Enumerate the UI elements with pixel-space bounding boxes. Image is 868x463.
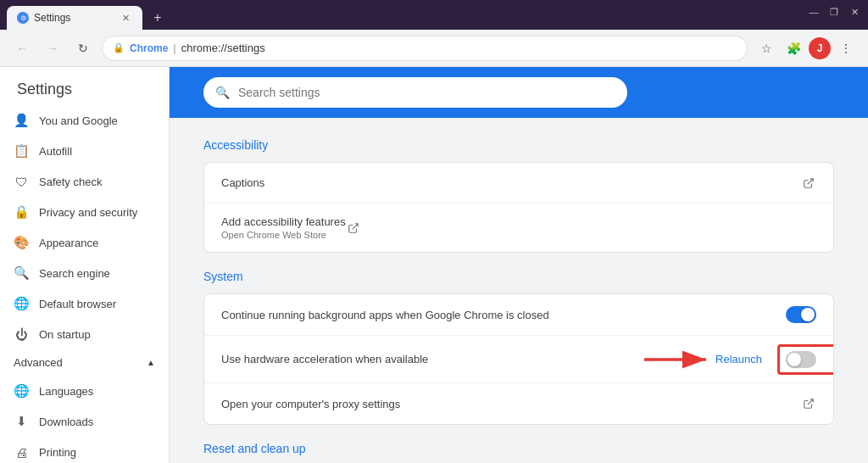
add-accessibility-row[interactable]: Add accessibility features Open Chrome W… bbox=[204, 204, 833, 252]
sidebar-label-downloads: Downloads bbox=[39, 416, 93, 428]
sidebar-title: Settings bbox=[0, 67, 169, 105]
active-tab[interactable]: ⚙ Settings ✕ bbox=[7, 6, 142, 30]
lock-icon: 🔒 bbox=[113, 42, 125, 53]
new-tab-button[interactable]: + bbox=[146, 6, 170, 30]
tab-title: Settings bbox=[34, 12, 70, 24]
sidebar-item-autofill[interactable]: 📋 Autofill bbox=[0, 136, 169, 166]
proxy-external-icon bbox=[801, 396, 816, 411]
menu-button[interactable]: ⋮ bbox=[834, 36, 858, 60]
main-content: Accessibility Captions Add accessibility… bbox=[170, 118, 868, 463]
close-button[interactable]: ✕ bbox=[848, 5, 861, 19]
sidebar-item-languages[interactable]: 🌐 Languages bbox=[0, 376, 169, 406]
captions-external-icon bbox=[801, 176, 816, 191]
add-accessibility-external-icon bbox=[346, 220, 361, 236]
toolbar: ← → ↻ 🔒 Chrome | chrome://settings ☆ 🧩 J… bbox=[0, 30, 868, 67]
background-apps-label: Continue running background apps when Go… bbox=[221, 309, 786, 321]
startup-icon: ⏻ bbox=[14, 326, 29, 342]
hardware-toggle-container bbox=[786, 351, 816, 368]
profile-button[interactable]: J bbox=[809, 37, 831, 59]
toolbar-right: ☆ 🧩 J ⋮ bbox=[754, 36, 858, 60]
title-bar: ⚙ Settings ✕ + — ❐ ✕ bbox=[0, 0, 868, 30]
sidebar-item-on-startup[interactable]: ⏻ On startup bbox=[0, 319, 169, 349]
accessibility-card: Captions Add accessibility features Open… bbox=[203, 162, 834, 253]
proxy-settings-row[interactable]: Open your computer's proxy settings bbox=[204, 383, 833, 424]
languages-icon: 🌐 bbox=[14, 383, 29, 399]
autofill-icon: 📋 bbox=[14, 143, 29, 159]
relaunch-button[interactable]: Relaunch bbox=[709, 348, 769, 371]
extensions-button[interactable]: 🧩 bbox=[782, 36, 805, 60]
advanced-label: Advanced bbox=[14, 356, 63, 369]
sidebar-item-search-engine[interactable]: 🔍 Search engine bbox=[0, 258, 169, 288]
accessibility-section-title: Accessibility bbox=[203, 138, 834, 152]
sidebar-item-safety-check[interactable]: 🛡 Safety check bbox=[0, 166, 169, 197]
hardware-acceleration-toggle[interactable] bbox=[786, 351, 816, 368]
hardware-acceleration-row[interactable]: Use hardware acceleration when available bbox=[204, 336, 833, 383]
background-apps-row[interactable]: Continue running background apps when Go… bbox=[204, 294, 833, 336]
shield-icon: 🛡 bbox=[14, 174, 29, 189]
sidebar-item-default-browser[interactable]: 🌐 Default browser bbox=[0, 288, 169, 319]
sidebar-label-autofill: Autofill bbox=[39, 145, 72, 158]
chrome-logo: Chrome bbox=[130, 42, 168, 54]
sidebar-item-privacy[interactable]: 🔒 Privacy and security bbox=[0, 197, 169, 227]
sidebar-label-languages: Languages bbox=[39, 385, 93, 398]
hardware-acceleration-label: Use hardware acceleration when available bbox=[221, 353, 709, 365]
settings-search-bar: 🔍 bbox=[170, 67, 868, 118]
sidebar-label-search-engine: Search engine bbox=[39, 267, 110, 280]
tab-close-button[interactable]: ✕ bbox=[119, 11, 132, 25]
hardware-acceleration-right: Relaunch bbox=[709, 348, 816, 371]
url-separator: | bbox=[173, 42, 175, 54]
globe-icon: 🌐 bbox=[14, 296, 29, 311]
sidebar-item-you-and-google[interactable]: 👤 You and Google bbox=[0, 105, 169, 136]
captions-row[interactable]: Captions bbox=[204, 163, 833, 204]
print-icon: 🖨 bbox=[14, 444, 29, 460]
sidebar: Settings 👤 You and Google 📋 Autofill 🛡 S… bbox=[0, 67, 170, 463]
appearance-icon: 🎨 bbox=[14, 235, 29, 250]
download-icon: ⬇ bbox=[14, 414, 29, 429]
sidebar-label-printing: Printing bbox=[39, 446, 76, 459]
sidebar-item-downloads[interactable]: ⬇ Downloads bbox=[0, 406, 169, 437]
advanced-chevron: ▲ bbox=[147, 358, 155, 367]
window-controls: — ❐ ✕ bbox=[807, 5, 861, 19]
minimize-button[interactable]: — bbox=[807, 5, 821, 19]
background-apps-toggle-area bbox=[786, 306, 816, 323]
red-arrow-icon bbox=[640, 343, 716, 377]
system-card: Continue running background apps when Go… bbox=[203, 293, 834, 425]
url-text: chrome://settings bbox=[181, 42, 265, 54]
sidebar-label-safety-check: Safety check bbox=[39, 176, 102, 188]
reset-section-title: Reset and clean up bbox=[203, 442, 834, 455]
address-bar[interactable]: 🔒 Chrome | chrome://settings bbox=[102, 36, 748, 61]
sidebar-label-appearance: Appearance bbox=[39, 237, 98, 249]
bookmark-button[interactable]: ☆ bbox=[754, 36, 778, 60]
reload-button[interactable]: ↻ bbox=[71, 36, 95, 60]
sidebar-label-you-and-google: You and Google bbox=[39, 114, 118, 127]
lock-nav-icon: 🔒 bbox=[14, 204, 29, 220]
background-apps-toggle-knob bbox=[801, 308, 815, 321]
background-apps-toggle[interactable] bbox=[786, 306, 816, 323]
proxy-settings-label: Open your computer's proxy settings bbox=[221, 398, 801, 410]
forward-button[interactable]: → bbox=[41, 36, 64, 60]
search-nav-icon: 🔍 bbox=[14, 265, 29, 281]
add-accessibility-label: Add accessibility features bbox=[221, 215, 346, 228]
search-icon: 🔍 bbox=[215, 86, 230, 99]
search-box[interactable]: 🔍 bbox=[203, 77, 627, 108]
settings-page: Settings 👤 You and Google 📋 Autofill 🛡 S… bbox=[0, 67, 868, 463]
add-accessibility-sublabel: Open Chrome Web Store bbox=[221, 230, 346, 240]
person-icon: 👤 bbox=[14, 113, 29, 128]
sidebar-label-default-browser: Default browser bbox=[39, 298, 116, 310]
search-input[interactable] bbox=[238, 86, 615, 99]
sidebar-label-privacy: Privacy and security bbox=[39, 206, 137, 219]
sidebar-item-printing[interactable]: 🖨 Printing bbox=[0, 437, 169, 463]
sidebar-scroll: 👤 You and Google 📋 Autofill 🛡 Safety che… bbox=[0, 105, 169, 463]
browser-frame: ⚙ Settings ✕ + — ❐ ✕ ← → ↻ 🔒 Chrome | ch… bbox=[0, 0, 868, 463]
sidebar-item-appearance[interactable]: 🎨 Appearance bbox=[0, 227, 169, 258]
restore-button[interactable]: ❐ bbox=[827, 5, 841, 19]
sidebar-label-on-startup: On startup bbox=[39, 328, 91, 341]
hardware-acceleration-toggle-knob bbox=[787, 353, 801, 366]
advanced-section-header[interactable]: Advanced ▲ bbox=[0, 349, 169, 376]
system-section-title: System bbox=[203, 270, 834, 283]
back-button[interactable]: ← bbox=[10, 36, 34, 60]
captions-label: Captions bbox=[221, 176, 801, 189]
tab-favicon: ⚙ bbox=[17, 12, 29, 24]
